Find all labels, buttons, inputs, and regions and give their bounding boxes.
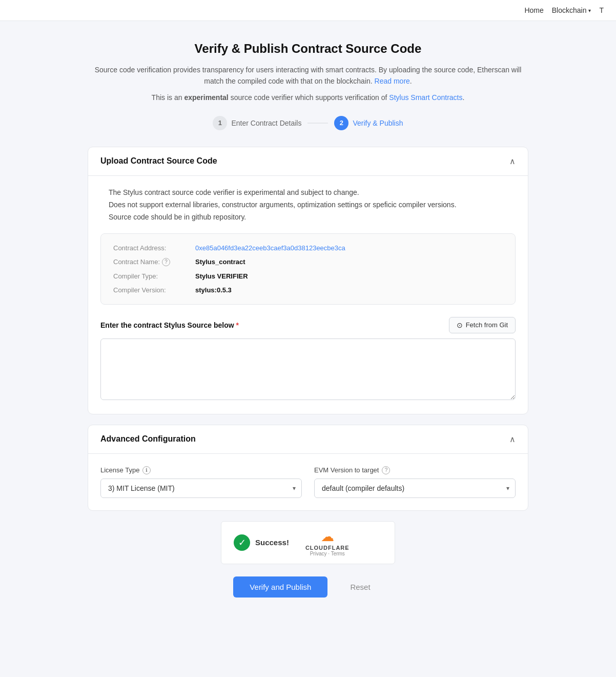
nav-user[interactable]: T <box>599 6 604 14</box>
main-content: Verify & Publish Contract Source Code So… <box>77 21 539 628</box>
upload-card-title: Upload Contract Source Code <box>100 156 217 166</box>
step-1-circle: 1 <box>213 116 227 130</box>
license-select-wrapper: 1) No License (None) 2) The Unlicense (U… <box>100 479 302 498</box>
advanced-config-card: Advanced Configuration ∧ License Type ℹ … <box>88 425 528 511</box>
upload-card-header: Upload Contract Source Code ∧ <box>88 147 528 176</box>
license-label: License Type ℹ <box>100 466 302 474</box>
cloudflare-cloud-icon: ☁ <box>321 529 334 545</box>
compiler-type-row: Compiler Type: Stylus VERIFIER <box>113 272 503 280</box>
read-more-link[interactable]: Read more <box>375 77 410 85</box>
upload-card-collapse-icon[interactable]: ∧ <box>509 156 516 166</box>
license-config-item: License Type ℹ 1) No License (None) 2) T… <box>100 466 302 498</box>
contract-name-value: Stylus_contract <box>195 258 245 266</box>
captcha-box: ✓ Success! ☁ CLOUDFLARE Privacy · Terms <box>221 521 395 564</box>
advanced-card-body: License Type ℹ 1) No License (None) 2) T… <box>88 454 528 510</box>
config-grid: License Type ℹ 1) No License (None) 2) T… <box>100 466 516 498</box>
compiler-version-row: Compiler Version: stylus:0.5.3 <box>113 286 503 294</box>
step-2: 2 Verify & Publish <box>334 116 403 130</box>
stylus-link[interactable]: Stylus Smart Contracts <box>389 93 462 102</box>
evm-label: EVM Version to target ? <box>314 466 516 474</box>
evm-config-item: EVM Version to target ? default (compile… <box>314 466 516 498</box>
contract-details-box: Contract Address: 0xe85a046fd3ea22ceeb3c… <box>100 233 516 305</box>
info-list: The Stylus contract source code verifier… <box>100 188 516 221</box>
nav-home[interactable]: Home <box>524 6 543 14</box>
license-help-icon[interactable]: ℹ <box>142 466 151 474</box>
captcha-success-text: Success! <box>255 538 289 547</box>
contract-name-row: Contract Name: ? Stylus_contract <box>113 258 503 266</box>
cloudflare-name: CLOUDFLARE <box>305 545 350 551</box>
action-row: Verify and Publish Reset <box>88 576 528 598</box>
captcha-success-badge: ✓ Success! <box>234 534 289 551</box>
fetch-from-git-button[interactable]: ⊙ Fetch from Git <box>449 317 516 333</box>
compiler-type-value: Stylus VERIFIER <box>195 272 248 280</box>
advanced-card-title: Advanced Configuration <box>100 434 196 444</box>
captcha-row: ✓ Success! ☁ CLOUDFLARE Privacy · Terms <box>88 521 528 564</box>
step-divider <box>307 123 328 124</box>
step-1-label: Enter Contract Details <box>231 119 301 127</box>
cloudflare-links: Privacy · Terms <box>310 551 345 556</box>
steps-indicator: 1 Enter Contract Details 2 Verify & Publ… <box>88 116 528 130</box>
upload-source-card: Upload Contract Source Code ∧ The Stylus… <box>88 147 528 414</box>
contract-address-value: 0xe85a046fd3ea22ceeb3caef3a0d38123eecbe3… <box>195 244 345 252</box>
evm-select-wrapper: default (compiler defaults) paris london… <box>314 479 516 498</box>
contract-address-row: Contract Address: 0xe85a046fd3ea22ceeb3c… <box>113 244 503 252</box>
compiler-type-label: Compiler Type: <box>113 272 195 280</box>
compiler-version-label: Compiler Version: <box>113 286 195 294</box>
step-1: 1 Enter Contract Details <box>213 116 301 130</box>
advanced-card-collapse-icon[interactable]: ∧ <box>509 434 516 444</box>
info-item-1: The Stylus contract source code verifier… <box>100 188 516 196</box>
experimental-note: This is an experimental source code veri… <box>88 93 528 102</box>
captcha-success-icon: ✓ <box>234 534 250 551</box>
step-2-label: Verify & Publish <box>353 119 403 127</box>
info-item-2: Does not support external libraries, con… <box>100 201 516 209</box>
step-2-circle: 2 <box>334 116 348 130</box>
source-label: Enter the contract Stylus Source below * <box>100 321 239 329</box>
verify-publish-button[interactable]: Verify and Publish <box>233 576 327 598</box>
source-code-textarea[interactable] <box>100 339 516 400</box>
evm-version-select[interactable]: default (compiler defaults) paris london… <box>314 479 516 498</box>
cloudflare-privacy-link[interactable]: Privacy <box>310 551 327 556</box>
reset-button[interactable]: Reset <box>338 576 382 598</box>
info-item-3: Source code should be in github reposito… <box>100 213 516 221</box>
github-icon: ⊙ <box>457 321 463 329</box>
nav-blockchain[interactable]: Blockchain ▾ <box>552 6 591 14</box>
source-label-row: Enter the contract Stylus Source below *… <box>100 317 516 333</box>
evm-help-icon[interactable]: ? <box>382 466 390 474</box>
page-title: Verify & Publish Contract Source Code <box>88 42 528 56</box>
top-navigation: Home Blockchain ▾ T <box>0 0 616 21</box>
blockchain-chevron-icon: ▾ <box>588 8 591 13</box>
advanced-card-header: Advanced Configuration ∧ <box>88 425 528 454</box>
compiler-version-value: stylus:0.5.3 <box>195 286 232 294</box>
contract-name-label: Contract Name: ? <box>113 258 195 266</box>
license-type-select[interactable]: 1) No License (None) 2) The Unlicense (U… <box>100 479 302 498</box>
upload-card-body: The Stylus contract source code verifier… <box>88 176 528 414</box>
source-required-asterisk: * <box>236 321 239 329</box>
cloudflare-logo: ☁ CLOUDFLARE Privacy · Terms <box>305 529 350 556</box>
contract-address-label: Contract Address: <box>113 244 195 252</box>
page-subtitle: Source code verification provides transp… <box>88 64 528 87</box>
contract-name-help-icon[interactable]: ? <box>162 258 170 266</box>
cloudflare-terms-link[interactable]: Terms <box>331 551 345 556</box>
